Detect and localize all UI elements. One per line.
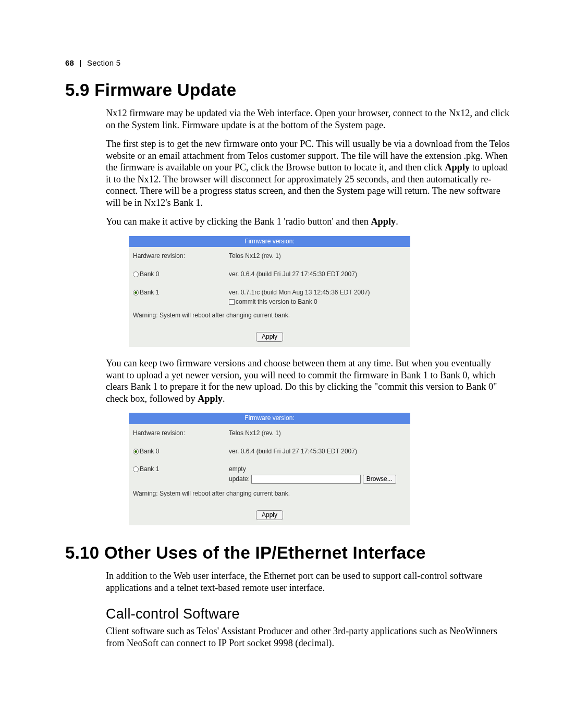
radio-bank0-checked-icon[interactable] bbox=[133, 449, 139, 454]
page-content: 5.9 Firmware Update Nx12 firmware may be… bbox=[65, 57, 511, 649]
panel1-hw-value: Telos Nx12 (rev. 1) bbox=[225, 247, 410, 265]
s59-paragraph-3: You can make it active by clicking the B… bbox=[106, 216, 511, 228]
panel2-bank0-label: Bank 0 bbox=[129, 442, 225, 461]
section-5-9-body: Nx12 firmware may be updated via the Web… bbox=[106, 107, 511, 525]
s59-paragraph-2: The first step is to get the new firmwar… bbox=[106, 138, 511, 208]
panel2-apply-row: Apply bbox=[129, 507, 410, 525]
subsection-call-control-title: Call-control Software bbox=[106, 606, 511, 622]
panel2-hw-value: Telos Nx12 (rev. 1) bbox=[225, 424, 410, 442]
commit-checkbox-icon[interactable] bbox=[229, 299, 235, 305]
panel1-bank0-value: ver. 0.6.4 (build Fri Jul 27 17:45:30 ED… bbox=[225, 265, 410, 283]
s510-paragraph-2: Client software such as Telos' Assistant… bbox=[106, 625, 511, 649]
s59-paragraph-1: Nx12 firmware may be updated via the Web… bbox=[106, 107, 511, 131]
panel1-apply-row: Apply bbox=[129, 329, 410, 347]
panel1-bank0-label: Bank 0 bbox=[129, 265, 225, 283]
browse-button[interactable]: Browse... bbox=[363, 475, 396, 484]
firmware-panel-2: Firmware version: Hardware revision: Tel… bbox=[129, 413, 511, 525]
apply-button[interactable]: Apply bbox=[256, 332, 283, 342]
section-5-10-title: 5.10 Other Uses of the IP/Ethernet Inter… bbox=[65, 543, 511, 563]
panel1-hw-label: Hardware revision: bbox=[129, 247, 225, 265]
document-page: 68 | Section 5 5.9 Firmware Update Nx12 … bbox=[0, 0, 563, 728]
firmware-table-2: Firmware version: Hardware revision: Tel… bbox=[129, 413, 410, 525]
apply-button[interactable]: Apply bbox=[256, 510, 283, 520]
panel1-bank1-label: Bank 1 bbox=[129, 283, 225, 311]
panel2-bank0-value: ver. 0.6.4 (build Fri Jul 27 17:45:30 ED… bbox=[225, 442, 410, 461]
radio-bank1-checked-icon[interactable] bbox=[133, 290, 139, 295]
radio-bank0-unchecked-icon[interactable] bbox=[133, 272, 139, 277]
panel1-warning: Warning: System will reboot after changi… bbox=[129, 311, 410, 329]
header-separator: | bbox=[76, 58, 84, 67]
s510-paragraph-1: In addition to the Web user interface, t… bbox=[106, 570, 511, 594]
update-file-input[interactable] bbox=[251, 475, 361, 484]
firmware-panel-1: Firmware version: Hardware revision: Tel… bbox=[129, 236, 511, 348]
panel2-header: Firmware version: bbox=[129, 413, 410, 424]
s59-paragraph-4: You can keep two firmware versions and c… bbox=[106, 357, 511, 404]
panel2-warning: Warning: System will reboot after changi… bbox=[129, 489, 410, 507]
panel1-header: Firmware version: bbox=[129, 236, 410, 248]
panel2-hw-label: Hardware revision: bbox=[129, 424, 225, 442]
panel2-bank1-label: Bank 1 bbox=[129, 460, 225, 489]
page-number: 68 bbox=[65, 58, 74, 67]
section-5-9-title: 5.9 Firmware Update bbox=[65, 80, 511, 100]
panel1-bank1-value: ver. 0.7.1rc (build Mon Aug 13 12:45:36 … bbox=[225, 283, 410, 311]
panel2-bank1-value: empty update: Browse... bbox=[225, 460, 410, 489]
radio-bank1-unchecked-icon[interactable] bbox=[133, 466, 139, 472]
subsection-call-control-body: Client software such as Telos' Assistant… bbox=[106, 625, 511, 649]
running-header: 68 | Section 5 bbox=[65, 58, 120, 67]
section-5-10-body: In addition to the Web user interface, t… bbox=[106, 570, 511, 594]
section-label: Section 5 bbox=[87, 58, 120, 67]
firmware-table-1: Firmware version: Hardware revision: Tel… bbox=[129, 236, 410, 348]
